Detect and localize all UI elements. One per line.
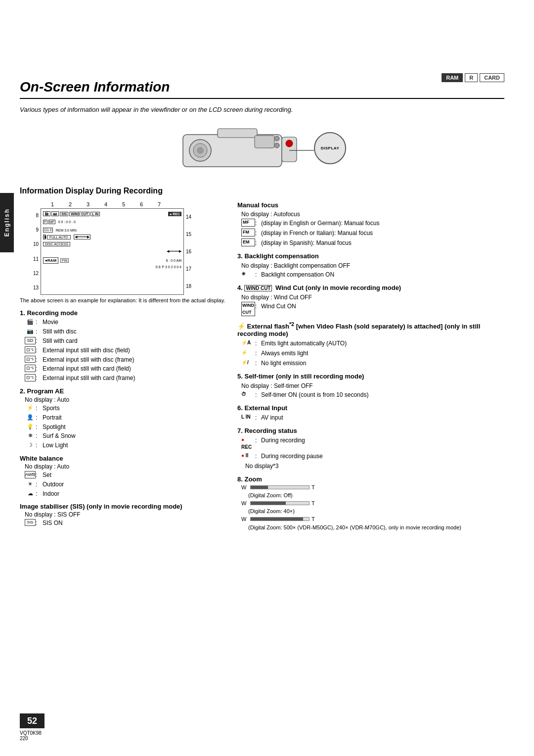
zoom-bar-3: W T (Digital Zoom: 500× (VDR-M50GC), 240…	[237, 516, 504, 531]
item-text: Still with disc	[43, 328, 227, 336]
flash-row-1: ⚡A : Emits light automatically (AUTO)	[241, 339, 504, 348]
diag-num-7: 7	[150, 201, 168, 207]
icon-photo: 📷	[51, 211, 59, 216]
item-text: Spotlight	[43, 423, 227, 431]
display-button[interactable]: DISPLAY	[314, 132, 346, 164]
page-container: English RAM R CARD On-Screen Information…	[0, 0, 534, 756]
icon-rec: ● REC	[168, 212, 181, 216]
icon-battery: ▮	[43, 235, 46, 239]
zoom-fill-3	[251, 518, 303, 520]
list-item: 📷:Still with disc	[25, 328, 227, 336]
svg-rect-4	[218, 129, 257, 138]
icon-flash-auto: ⚡A	[241, 339, 255, 346]
white-balance-nodisplay: No display : Auto	[20, 463, 227, 470]
section-sis: Image stabiliser (SIS) (only in movie re…	[20, 503, 227, 527]
rn-16: 16	[186, 249, 199, 254]
display-row-4: ▮ FULL AUTO ◀━━━━━▶	[43, 235, 181, 239]
program-ae-title: 2. Program AE	[20, 387, 227, 395]
rec-status-title: 7. Recording status	[237, 427, 504, 434]
icon-low-light: ☽	[25, 441, 36, 449]
rec-nodisplay: No display*3	[241, 462, 504, 471]
list-item: ☽:Low Light	[25, 441, 227, 450]
list-item: SIS:SIS ON	[25, 519, 227, 527]
icon-prog: P	[43, 220, 47, 224]
icon-wind-cut: WIND CUT	[244, 285, 272, 291]
ext-input-text: AV input	[261, 413, 504, 422]
program-ae-nodisplay: No display : Auto	[20, 396, 227, 403]
rn-18: 18	[186, 284, 199, 289]
ext-input-title: 6. External Input	[237, 404, 504, 412]
program-ae-list: ⚡:Sports 👤:Portrait 💡:Spotlight ❄:Surf &…	[20, 404, 227, 450]
left-numbers: 8 9 10 11 12 13	[20, 208, 41, 295]
icon-portrait: 👤	[25, 414, 36, 421]
rec-row-1: ● REC : During recording	[241, 436, 504, 451]
white-balance-title: White balance	[20, 455, 227, 462]
icon-rec-on: ● REC	[241, 436, 255, 451]
ln-12: 12	[20, 271, 39, 276]
zoom-w-3: W	[241, 516, 248, 522]
display-row-3: ⊡1 0 REM 3.0 MIN	[43, 228, 181, 233]
zoom-row-1: W T	[241, 484, 504, 490]
zoom-bar-1: W T (Digital Zoom: Off)	[237, 484, 504, 498]
display-numbers: 0 0 : 0 0 . 0	[58, 220, 76, 224]
white-balance-list: AWB:Set ☀:Outdoor ☁:Indoor	[20, 471, 227, 498]
zoom-track-1	[250, 485, 310, 489]
full-auto-label: FULL AUTO	[47, 235, 71, 239]
icon-ext3: ⊡*1	[25, 365, 36, 372]
diag-num-1: 1	[44, 201, 61, 207]
list-item: 👤:Portrait	[25, 414, 227, 422]
list-item: SD:Still with card	[25, 337, 227, 345]
list-item: ⊡*1:External input still with card (fiel…	[25, 365, 227, 373]
flash-text-3: No light emission	[261, 359, 504, 368]
small-num: 220	[20, 736, 44, 741]
wind-cut-title: 4. WIND CUT Wind Cut (only in movie reco…	[237, 284, 504, 291]
icon-spotlight: 💡	[25, 423, 36, 430]
sis-nodisplay: No display : SIS OFF	[20, 511, 227, 518]
zoom-fill-1	[251, 486, 268, 489]
icon-mf-fr: FM	[241, 229, 255, 236]
display-row-7: ●RAM FIN 8 : 0 0 AM	[43, 257, 181, 264]
arrow-icons: ◀━━━━━▶	[167, 249, 181, 253]
section-self-timer: 5. Self-timer (only in still recording m…	[237, 373, 504, 399]
zoom-t-2: T	[312, 500, 316, 506]
item-text: Outdoor	[43, 480, 227, 489]
icon-sports: ⚡	[25, 404, 36, 412]
camera-svg	[178, 125, 307, 174]
icon-ext2: ⊡*1	[25, 356, 36, 363]
icon-wind: WIND CUT	[69, 212, 89, 216]
recording-mode-list: 🎬:Movie 📷:Still with disc SD:Still with …	[20, 318, 227, 382]
product-code: VQT0K98	[20, 730, 44, 736]
top-badges: RAM R CARD	[442, 73, 504, 82]
main-content: On-Screen Information Various types of i…	[20, 0, 504, 537]
ext-input-list: L IN : AV input	[237, 413, 504, 422]
manual-focus-nodisplay: No display : Autofocus	[237, 210, 504, 219]
item-text: Portrait	[43, 414, 227, 422]
icon-indoor: ☁	[25, 490, 36, 497]
svg-point-8	[274, 143, 279, 148]
mf-row-3: EM : (display in Spanish): Manual focus	[241, 238, 504, 247]
item-text: External input still with card (field)	[43, 365, 227, 373]
section-heading: Information Display During Recording	[20, 187, 504, 195]
item-text: Movie	[43, 318, 227, 327]
rec-text-2: During recording pause	[261, 452, 504, 461]
icon-still-disc: 📷	[25, 328, 36, 335]
ln-8: 8	[20, 213, 39, 218]
list-item: ⊡*1:External input still with card (fram…	[25, 374, 227, 382]
camera-diagram: DISPLAY	[20, 122, 504, 177]
backlight-row-1: ☀ : Backlight compensation ON	[241, 270, 504, 279]
backlight-list: ☀ : Backlight compensation ON	[237, 270, 504, 279]
icon-ext4: ⊡*1	[25, 374, 36, 381]
section-wind-cut: 4. WIND CUT Wind Cut (only in movie reco…	[237, 284, 504, 316]
self-timer-nodisplay: No display : Self-timer OFF	[237, 381, 504, 390]
disc-access: DISC ACCESS	[43, 242, 70, 246]
section-recording-mode: 1. Recording mode 🎬:Movie 📷:Still with d…	[20, 309, 227, 382]
manual-focus-title: Manual focus	[237, 201, 504, 209]
icon-rec-pause: ● II	[241, 452, 255, 459]
icon-flash-always: ⚡	[241, 349, 255, 356]
zoom-bar-2: W T (Digital Zoom: 40×)	[237, 500, 504, 514]
icon-movie: 🎬	[25, 318, 36, 326]
display-row-6: ◀━━━━━▶	[167, 249, 181, 253]
zoom-fill-2	[251, 502, 286, 505]
backlight-text-1: Backlight compensation ON	[261, 270, 504, 279]
flash-row-2: ⚡ : Always emits light	[241, 349, 504, 358]
